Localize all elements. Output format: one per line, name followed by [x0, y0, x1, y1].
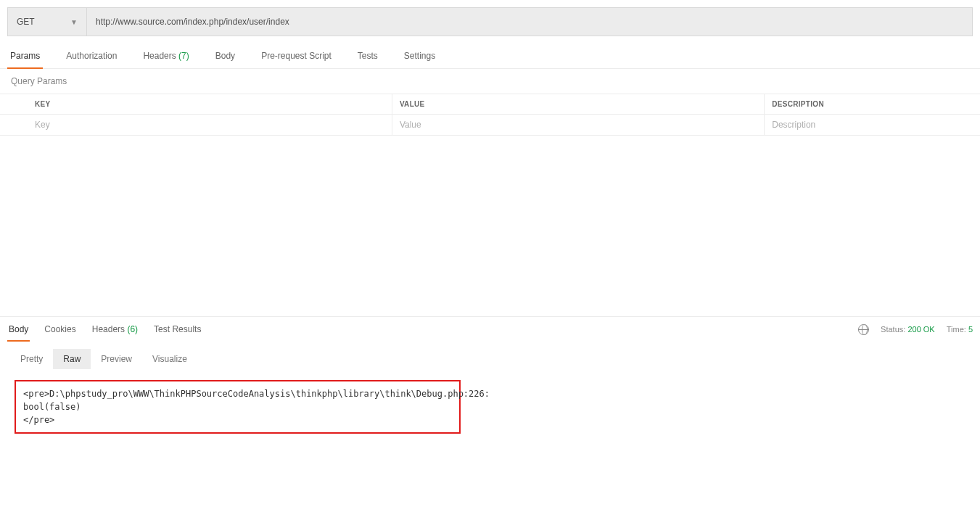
vm-pretty[interactable]: Pretty [10, 349, 53, 369]
tab-headers-count: (7) [178, 51, 189, 61]
response-tabs: Body Cookies Headers (6) Test Results [7, 317, 202, 342]
url-input[interactable] [87, 7, 973, 36]
table-header-row: KEY VALUE DESCRIPTION [0, 94, 980, 115]
time-block: Time: 5 [947, 325, 973, 334]
time-label: Time: [947, 325, 966, 334]
rtab-headers-label: Headers [92, 324, 125, 334]
vm-raw[interactable]: Raw [53, 349, 91, 369]
tab-headers[interactable]: Headers (7) [140, 44, 192, 68]
rtab-test-results[interactable]: Test Results [152, 317, 202, 342]
column-key: KEY [0, 94, 392, 115]
tab-params[interactable]: Params [7, 44, 43, 68]
status-value: 200 OK [907, 325, 934, 334]
time-value: 5 [968, 325, 973, 334]
status-area: Status: 200 OK Time: 5 [858, 324, 973, 335]
query-params-table: KEY VALUE DESCRIPTION [0, 94, 980, 136]
rtab-cookies[interactable]: Cookies [43, 317, 77, 342]
request-tabs: Params Authorization Headers (7) Body Pr… [0, 44, 980, 69]
status-block: Status: 200 OK [881, 325, 935, 334]
table-row [0, 115, 980, 136]
params-empty-area [0, 136, 980, 317]
description-input[interactable] [772, 120, 973, 130]
tab-body[interactable]: Body [213, 44, 238, 68]
status-label: Status: [881, 325, 905, 334]
rtab-headers[interactable]: Headers (6) [91, 317, 139, 342]
rtab-body[interactable]: Body [7, 317, 30, 342]
globe-icon[interactable] [858, 324, 869, 335]
response-bar: Body Cookies Headers (6) Test Results St… [0, 317, 980, 342]
chevron-down-icon: ▼ [70, 18, 78, 26]
tab-authorization[interactable]: Authorization [63, 44, 120, 68]
response-body[interactable]: <pre>D:\phpstudy_pro\WWW\ThinkPHPSourceC… [15, 380, 461, 434]
column-value: VALUE [392, 94, 764, 115]
tab-settings[interactable]: Settings [401, 44, 438, 68]
query-params-label: Query Params [0, 69, 980, 94]
vm-visualize[interactable]: Visualize [142, 349, 197, 369]
key-input[interactable] [35, 120, 384, 130]
http-method-select[interactable]: GET ▼ [7, 7, 87, 36]
http-method-value: GET [17, 17, 35, 27]
request-bar: GET ▼ [0, 0, 980, 44]
value-input[interactable] [400, 120, 757, 130]
tab-prerequest[interactable]: Pre-request Script [258, 44, 334, 68]
column-description: DESCRIPTION [765, 94, 980, 115]
tab-tests[interactable]: Tests [355, 44, 381, 68]
rtab-headers-count: (6) [127, 324, 138, 334]
tab-headers-label: Headers [143, 51, 176, 61]
vm-preview[interactable]: Preview [91, 349, 142, 369]
view-mode-tabs: Pretty Raw Preview Visualize [0, 342, 980, 376]
